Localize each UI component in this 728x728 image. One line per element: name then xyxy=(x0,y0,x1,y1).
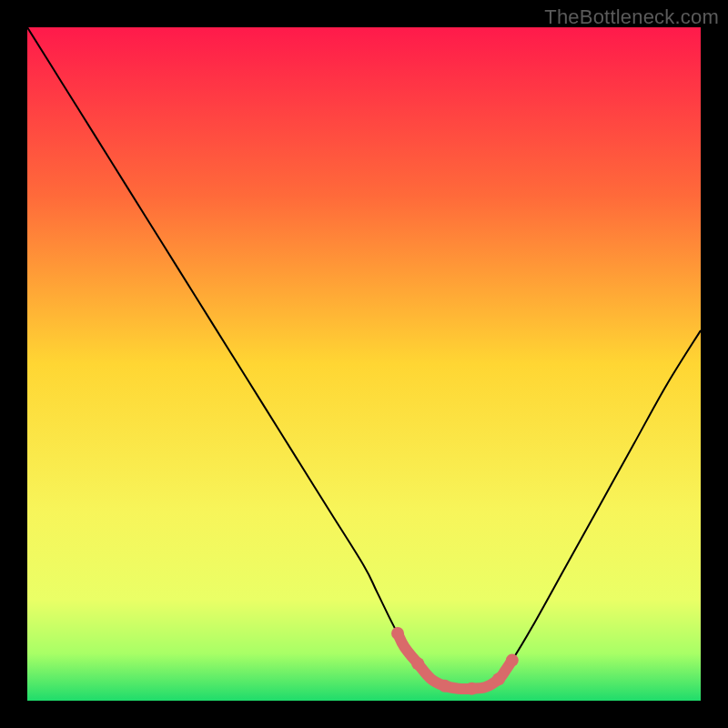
highlight-dot xyxy=(391,627,404,640)
plot-area xyxy=(27,27,701,701)
bottleneck-chart xyxy=(27,27,701,701)
highlight-dot xyxy=(506,654,519,667)
gradient-background xyxy=(27,27,701,701)
highlight-dot xyxy=(492,672,505,685)
chart-container: TheBottleneck.com xyxy=(0,0,728,728)
watermark-text: TheBottleneck.com xyxy=(544,5,719,29)
highlight-dot xyxy=(439,680,451,693)
highlight-dot xyxy=(465,682,478,695)
highlight-dot xyxy=(411,657,424,670)
